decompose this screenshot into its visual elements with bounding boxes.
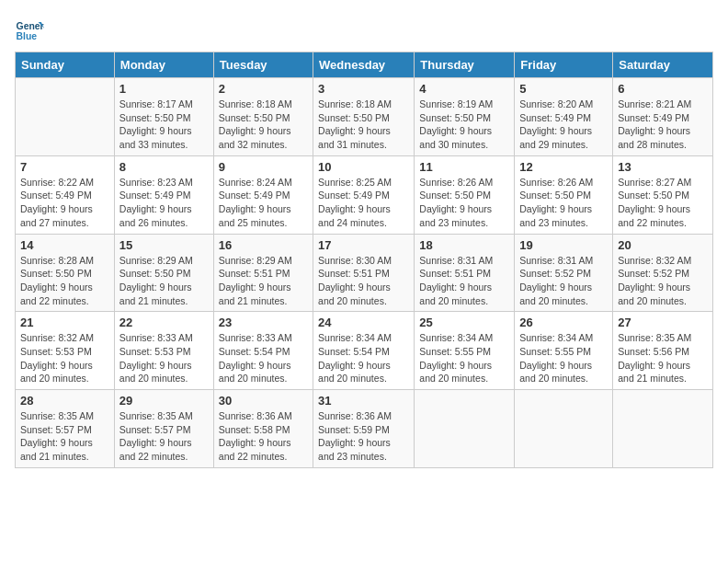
day-number: 10 [318, 160, 409, 174]
calendar-body: 1Sunrise: 8:17 AMSunset: 5:50 PMDaylight… [16, 78, 713, 468]
day-info: Sunrise: 8:22 AMSunset: 5:49 PMDaylight:… [20, 176, 109, 230]
day-number: 23 [219, 316, 308, 329]
day-info: Sunrise: 8:17 AMSunset: 5:50 PMDaylight:… [119, 98, 209, 152]
day-number: 8 [119, 160, 209, 174]
calendar-table: SundayMondayTuesdayWednesdayThursdayFrid… [15, 52, 713, 468]
day-cell: 5Sunrise: 8:20 AMSunset: 5:49 PMDaylight… [515, 78, 613, 156]
svg-text:Blue: Blue [17, 31, 38, 41]
header-cell-thursday: Thursday [415, 52, 515, 78]
day-cell: 13Sunrise: 8:27 AMSunset: 5:50 PMDayligh… [613, 155, 713, 234]
day-info: Sunrise: 8:33 AMSunset: 5:53 PMDaylight:… [119, 331, 209, 385]
day-info: Sunrise: 8:29 AMSunset: 5:51 PMDaylight:… [219, 254, 308, 308]
header-cell-friday: Friday [515, 52, 613, 78]
day-info: Sunrise: 8:33 AMSunset: 5:54 PMDaylight:… [219, 331, 308, 385]
day-number: 30 [219, 394, 308, 408]
day-number: 24 [318, 316, 409, 329]
day-number: 19 [519, 238, 608, 252]
header-cell-saturday: Saturday [613, 52, 713, 78]
week-row-4: 21Sunrise: 8:32 AMSunset: 5:53 PMDayligh… [16, 312, 713, 390]
logo-icon: General Blue [15, 15, 44, 44]
day-info: Sunrise: 8:35 AMSunset: 5:57 PMDaylight:… [119, 409, 209, 464]
day-info: Sunrise: 8:29 AMSunset: 5:50 PMDaylight:… [119, 254, 209, 308]
day-cell: 20Sunrise: 8:32 AMSunset: 5:52 PMDayligh… [613, 234, 713, 312]
day-info: Sunrise: 8:26 AMSunset: 5:50 PMDaylight:… [419, 176, 509, 230]
day-number: 1 [119, 82, 209, 96]
logo: General Blue [15, 15, 46, 44]
day-cell: 17Sunrise: 8:30 AMSunset: 5:51 PMDayligh… [313, 234, 415, 312]
header-cell-tuesday: Tuesday [213, 52, 313, 78]
day-number: 31 [318, 394, 409, 408]
day-cell: 16Sunrise: 8:29 AMSunset: 5:51 PMDayligh… [213, 234, 313, 312]
day-cell: 6Sunrise: 8:21 AMSunset: 5:49 PMDaylight… [613, 78, 713, 156]
day-number: 22 [119, 316, 209, 329]
day-cell: 28Sunrise: 8:35 AMSunset: 5:57 PMDayligh… [16, 390, 115, 468]
header: General Blue [15, 15, 713, 44]
day-info: Sunrise: 8:18 AMSunset: 5:50 PMDaylight:… [219, 98, 308, 152]
day-info: Sunrise: 8:18 AMSunset: 5:50 PMDaylight:… [318, 98, 409, 152]
day-number: 5 [519, 82, 608, 96]
day-number: 28 [20, 394, 109, 408]
day-info: Sunrise: 8:31 AMSunset: 5:52 PMDaylight:… [519, 254, 608, 308]
day-number: 27 [618, 316, 708, 329]
day-info: Sunrise: 8:25 AMSunset: 5:49 PMDaylight:… [318, 176, 409, 230]
day-number: 11 [419, 160, 509, 174]
day-cell: 26Sunrise: 8:34 AMSunset: 5:55 PMDayligh… [515, 312, 613, 390]
day-number: 17 [318, 238, 409, 252]
day-cell: 1Sunrise: 8:17 AMSunset: 5:50 PMDaylight… [114, 78, 213, 156]
day-info: Sunrise: 8:34 AMSunset: 5:54 PMDaylight:… [318, 331, 409, 385]
day-info: Sunrise: 8:26 AMSunset: 5:50 PMDaylight:… [519, 176, 608, 230]
day-number: 25 [419, 316, 509, 329]
day-number: 9 [219, 160, 308, 174]
day-cell: 25Sunrise: 8:34 AMSunset: 5:55 PMDayligh… [415, 312, 515, 390]
day-cell: 12Sunrise: 8:26 AMSunset: 5:50 PMDayligh… [515, 155, 613, 234]
day-info: Sunrise: 8:23 AMSunset: 5:49 PMDaylight:… [119, 176, 209, 230]
header-cell-wednesday: Wednesday [313, 52, 415, 78]
day-number: 4 [419, 82, 509, 96]
header-cell-sunday: Sunday [16, 52, 115, 78]
day-info: Sunrise: 8:21 AMSunset: 5:49 PMDaylight:… [618, 98, 708, 152]
day-cell: 3Sunrise: 8:18 AMSunset: 5:50 PMDaylight… [313, 78, 415, 156]
week-row-3: 14Sunrise: 8:28 AMSunset: 5:50 PMDayligh… [16, 234, 713, 312]
day-info: Sunrise: 8:30 AMSunset: 5:51 PMDaylight:… [318, 254, 409, 308]
header-row: SundayMondayTuesdayWednesdayThursdayFrid… [16, 52, 713, 78]
day-info: Sunrise: 8:35 AMSunset: 5:57 PMDaylight:… [20, 409, 109, 464]
week-row-5: 28Sunrise: 8:35 AMSunset: 5:57 PMDayligh… [16, 390, 713, 468]
day-info: Sunrise: 8:24 AMSunset: 5:49 PMDaylight:… [219, 176, 308, 230]
day-cell: 19Sunrise: 8:31 AMSunset: 5:52 PMDayligh… [515, 234, 613, 312]
day-cell: 10Sunrise: 8:25 AMSunset: 5:49 PMDayligh… [313, 155, 415, 234]
day-number: 21 [20, 316, 109, 329]
day-number: 13 [618, 160, 708, 174]
day-cell: 24Sunrise: 8:34 AMSunset: 5:54 PMDayligh… [313, 312, 415, 390]
week-row-2: 7Sunrise: 8:22 AMSunset: 5:49 PMDaylight… [16, 155, 713, 234]
day-cell: 4Sunrise: 8:19 AMSunset: 5:50 PMDaylight… [415, 78, 515, 156]
day-cell [415, 390, 515, 468]
day-cell: 22Sunrise: 8:33 AMSunset: 5:53 PMDayligh… [114, 312, 213, 390]
day-number: 16 [219, 238, 308, 252]
day-info: Sunrise: 8:28 AMSunset: 5:50 PMDaylight:… [20, 254, 109, 308]
day-info: Sunrise: 8:36 AMSunset: 5:58 PMDaylight:… [219, 409, 308, 464]
day-info: Sunrise: 8:19 AMSunset: 5:50 PMDaylight:… [419, 98, 509, 152]
day-cell: 31Sunrise: 8:36 AMSunset: 5:59 PMDayligh… [313, 390, 415, 468]
day-cell: 27Sunrise: 8:35 AMSunset: 5:56 PMDayligh… [613, 312, 713, 390]
day-cell: 8Sunrise: 8:23 AMSunset: 5:49 PMDaylight… [114, 155, 213, 234]
day-cell: 9Sunrise: 8:24 AMSunset: 5:49 PMDaylight… [213, 155, 313, 234]
day-info: Sunrise: 8:27 AMSunset: 5:50 PMDaylight:… [618, 176, 708, 230]
day-number: 29 [119, 394, 209, 408]
day-number: 15 [119, 238, 209, 252]
day-cell [515, 390, 613, 468]
day-cell: 30Sunrise: 8:36 AMSunset: 5:58 PMDayligh… [213, 390, 313, 468]
day-cell: 7Sunrise: 8:22 AMSunset: 5:49 PMDaylight… [16, 155, 115, 234]
day-cell: 14Sunrise: 8:28 AMSunset: 5:50 PMDayligh… [16, 234, 115, 312]
day-number: 12 [519, 160, 608, 174]
day-number: 7 [20, 160, 109, 174]
day-info: Sunrise: 8:31 AMSunset: 5:51 PMDaylight:… [419, 254, 509, 308]
day-number: 14 [20, 238, 109, 252]
day-cell: 11Sunrise: 8:26 AMSunset: 5:50 PMDayligh… [415, 155, 515, 234]
day-cell: 29Sunrise: 8:35 AMSunset: 5:57 PMDayligh… [114, 390, 213, 468]
calendar-header: SundayMondayTuesdayWednesdayThursdayFrid… [16, 52, 713, 78]
day-number: 26 [519, 316, 608, 329]
day-info: Sunrise: 8:35 AMSunset: 5:56 PMDaylight:… [618, 331, 708, 385]
day-number: 20 [618, 238, 708, 252]
day-info: Sunrise: 8:32 AMSunset: 5:53 PMDaylight:… [20, 331, 109, 385]
day-number: 18 [419, 238, 509, 252]
